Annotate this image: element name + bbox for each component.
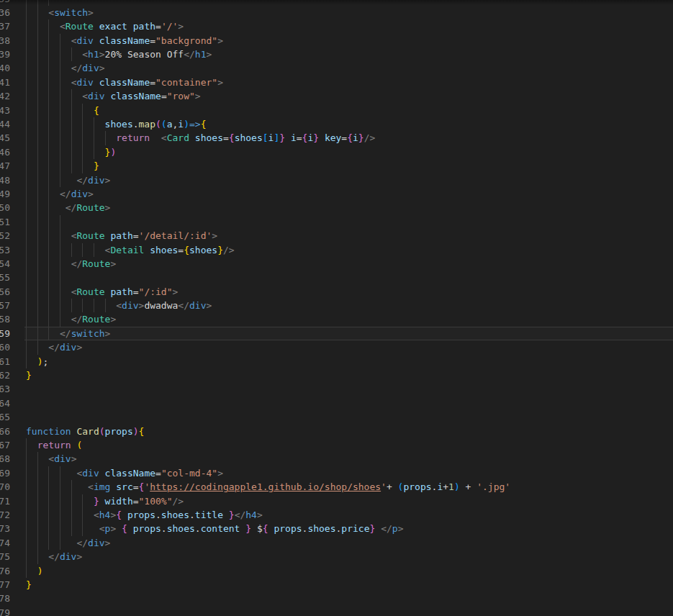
code-line-53[interactable]: 53 <Detail shoes={shoes}/> (0, 243, 673, 257)
code-line-77[interactable]: 77} (0, 578, 673, 592)
line-number[interactable]: 66 (0, 425, 10, 438)
line-number[interactable]: 42 (0, 89, 10, 103)
code-token: < (82, 49, 88, 60)
code-line-45[interactable]: 45 return <Card shoes={shoes[i]} i={i} k… (0, 131, 673, 145)
line-number[interactable]: 47 (0, 159, 10, 173)
line-number[interactable]: 76 (0, 564, 10, 578)
code-line-59[interactable]: 59 </switch> (0, 327, 673, 340)
code-token: { (229, 132, 235, 143)
code-line-49[interactable]: 49 </div> (0, 187, 673, 201)
line-number[interactable]: 53 (0, 243, 10, 257)
line-number[interactable]: 48 (0, 173, 10, 187)
code-text: <Route exact path='/'> (26, 19, 184, 33)
line-number[interactable]: 46 (0, 145, 10, 159)
code-line-51[interactable]: 51 (0, 215, 673, 229)
code-line-52[interactable]: 52 <Route path='/detail/:id'> (0, 229, 673, 243)
line-number[interactable]: 59 (0, 327, 10, 340)
line-number[interactable]: 71 (0, 494, 10, 508)
code-token: ; (42, 356, 48, 367)
line-number[interactable]: 39 (0, 47, 10, 61)
code-line-47[interactable]: 47 } (0, 159, 673, 173)
code-line-44[interactable]: 44 shoes.map((a,i)=>{ (0, 117, 673, 131)
code-line-37[interactable]: 37 <Route exact path='/'> (0, 19, 673, 33)
code-line-70[interactable]: 70 <img src={'https://codingapple1.githu… (0, 480, 673, 494)
code-line-58[interactable]: 58 </Route> (0, 312, 673, 326)
line-number[interactable]: 75 (0, 550, 10, 563)
line-number[interactable]: 78 (0, 592, 10, 605)
code-line-36[interactable]: 36 <switch> (0, 6, 673, 19)
code-line-68[interactable]: 68 <div> (0, 452, 673, 466)
code-token: </ (71, 314, 83, 325)
code-line-76[interactable]: 76 ) (0, 564, 673, 578)
line-number[interactable]: 68 (0, 452, 10, 466)
line-number[interactable]: 65 (0, 410, 10, 424)
line-number[interactable]: 52 (0, 229, 10, 243)
code-line-56[interactable]: 56 <Route path="/:id"> (0, 285, 673, 299)
code-token: ) (133, 426, 139, 437)
line-number[interactable]: 36 (0, 6, 10, 19)
line-number[interactable]: 44 (0, 117, 10, 131)
line-number[interactable]: 55 (0, 271, 10, 284)
code-line-66[interactable]: 66function Card(props){ (0, 425, 673, 438)
code-token: switch (71, 328, 105, 339)
line-number[interactable]: 40 (0, 61, 10, 75)
line-number[interactable]: 70 (0, 480, 10, 494)
line-number[interactable]: 64 (0, 397, 10, 410)
code-line-54[interactable]: 54 </Route> (0, 257, 673, 271)
code-line-73[interactable]: 73 <p> { props.shoes.content } ${ props.… (0, 522, 673, 535)
code-line-40[interactable]: 40 </div> (0, 61, 673, 75)
code-line-65[interactable]: 65 (0, 410, 673, 424)
code-line-72[interactable]: 72 <h4>{ props.shoes.title }</h4> (0, 508, 673, 522)
code-line-75[interactable]: 75 </div> (0, 550, 673, 563)
code-line-61[interactable]: 61 ); (0, 355, 673, 368)
code-line-48[interactable]: 48 </div> (0, 173, 673, 187)
code-token: ) (184, 119, 189, 130)
code-line-74[interactable]: 74 </div> (0, 536, 673, 550)
line-number[interactable]: 58 (0, 312, 10, 326)
line-number[interactable]: 43 (0, 104, 10, 117)
code-line-41[interactable]: 41 <div className="container"> (0, 76, 673, 89)
line-number[interactable]: 60 (0, 340, 10, 354)
code-line-69[interactable]: 69 <div className="col-md-4"> (0, 466, 673, 480)
line-number[interactable]: 37 (0, 19, 10, 33)
line-number[interactable]: 45 (0, 131, 10, 145)
line-number[interactable]: 49 (0, 187, 10, 201)
line-number[interactable]: 63 (0, 382, 10, 396)
line-number[interactable]: 69 (0, 466, 10, 480)
code-text: <div> (26, 452, 76, 466)
line-number[interactable]: 50 (0, 201, 10, 214)
code-token (150, 132, 161, 143)
code-line-62[interactable]: 62} (0, 368, 673, 382)
line-number[interactable]: 57 (0, 299, 10, 312)
code-line-78[interactable]: 78 (0, 592, 673, 605)
line-number[interactable]: 54 (0, 257, 10, 271)
code-line-71[interactable]: 71 } width="100%"/> (0, 494, 673, 508)
line-number[interactable]: 72 (0, 508, 10, 522)
code-token: > (99, 63, 105, 73)
code-line-79[interactable]: 79 (0, 606, 673, 616)
code-line-63[interactable]: 63 (0, 382, 673, 396)
line-number[interactable]: 61 (0, 355, 10, 368)
code-line-60[interactable]: 60 </div> (0, 340, 673, 354)
line-number[interactable]: 38 (0, 34, 10, 47)
line-number[interactable]: 62 (0, 368, 10, 382)
line-number[interactable]: 73 (0, 522, 10, 535)
code-line-43[interactable]: 43 { (0, 104, 673, 117)
code-line-42[interactable]: 42 <div className="row"> (0, 89, 673, 103)
code-line-67[interactable]: 67 return ( (0, 438, 673, 452)
line-number[interactable]: 79 (0, 606, 10, 616)
line-number[interactable]: 56 (0, 285, 10, 299)
code-line-39[interactable]: 39 <h1>20% Season Off</h1> (0, 47, 673, 61)
line-number[interactable]: 77 (0, 578, 10, 592)
code-line-57[interactable]: 57 <div>dwadwa</div> (0, 299, 673, 312)
code-line-64[interactable]: 64 (0, 397, 673, 410)
line-number[interactable]: 67 (0, 438, 10, 452)
code-token: = (155, 468, 161, 479)
code-line-50[interactable]: 50 </Route> (0, 201, 673, 214)
line-number[interactable]: 74 (0, 536, 10, 550)
code-line-55[interactable]: 55 (0, 271, 673, 284)
line-number[interactable]: 51 (0, 215, 10, 229)
code-line-38[interactable]: 38 <div className="backgrond"> (0, 34, 673, 47)
line-number[interactable]: 41 (0, 76, 10, 89)
code-line-46[interactable]: 46 }) (0, 145, 673, 159)
